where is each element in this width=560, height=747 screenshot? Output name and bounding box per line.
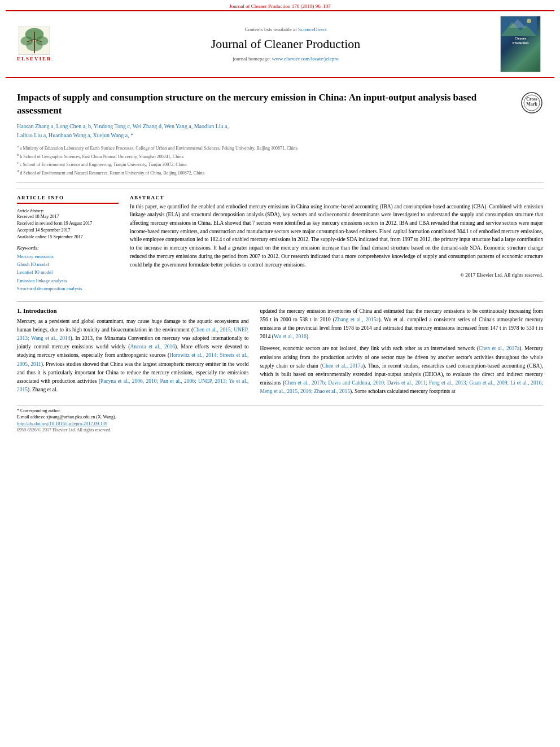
keywords-label: Keywords:	[17, 245, 119, 251]
footer-area: * Corresponding author. E-mail address: …	[17, 405, 543, 433]
copyright-line: © 2017 Elsevier Ltd. All rights reserved…	[130, 272, 543, 278]
ref-chen-2015[interactable]: Chen et al., 2015; UNEP, 2013; Wang et a…	[17, 327, 248, 341]
sciencedirect-link[interactable]: ScienceDirect	[298, 27, 326, 32]
ref-chen-2017b[interactable]: Chen et al., 2017b; Davis and Caldeira, …	[260, 380, 543, 394]
intro-paragraph-3: However, economic sectors are not isolat…	[260, 344, 543, 396]
ref-wu-2016[interactable]: Wu et al., 2016	[274, 334, 307, 339]
keyword-5: Structural decomposition analysis	[17, 285, 119, 292]
page: Journal of Cleaner Production 170 (2018)…	[0, 0, 560, 747]
keyword-3: Leontief IO model	[17, 268, 119, 276]
svg-text:Mark: Mark	[526, 102, 537, 107]
journal-cover-area: Cleaner Production	[498, 16, 543, 72]
article-title-area: Impacts of supply and consumption struct…	[17, 91, 514, 177]
elsevier-wordmark: ELSEVIER	[17, 56, 52, 62]
ref-horowitz-2014[interactable]: Horowitz et al., 2014; Streets et al., 2…	[17, 352, 248, 366]
received-date: Received 18 May 2017	[17, 213, 119, 220]
crossmark-logo-area: Cross Mark	[520, 91, 543, 115]
article-authors-line1: Haoran Zhang a, Long Chen a, b, Yindong …	[17, 122, 514, 140]
keyword-1: Mercury emissions	[17, 252, 119, 260]
keyword-4: Emission linkage analysis	[17, 277, 119, 285]
affiliation-d: d d School of Environment and Natural Re…	[17, 168, 514, 177]
article-info-box: Article history: Received 18 May 2017 Re…	[17, 203, 119, 241]
intro-right-column: updated the mercury emission inventories…	[260, 307, 543, 400]
corresponding-author-note: * Corresponding author.	[17, 408, 543, 413]
homepage-link[interactable]: www.elsevier.com/locate/jclepro	[272, 56, 339, 62]
doi-link[interactable]: http://dx.doi.org/10.1016/j.jclepro.2017…	[17, 421, 543, 426]
introduction-section: 1. Introduction Mercury, as a persistent…	[17, 307, 543, 400]
intro-heading: 1. Introduction	[17, 307, 248, 314]
homepage-line: journal homepage: www.elsevier.com/locat…	[73, 56, 498, 62]
abstract-heading: ABSTRACT	[130, 195, 543, 200]
journal-top-bar: Journal of Cleaner Production 170 (2018)…	[0, 0, 560, 10]
ref-pacyna-2006[interactable]: Pacyna et al., 2006, 2010; Pan et al., 2…	[17, 378, 248, 392]
intro-paragraph-2: updated the mercury emission inventories…	[260, 307, 543, 342]
email-footnote: E-mail address: xjwang@urban.pku.edu.cn …	[17, 414, 543, 420]
abstract-column: ABSTRACT In this paper, we quantified th…	[130, 195, 543, 293]
ref-chen-2017a-2[interactable]: Chen et al., 2017a	[322, 363, 363, 369]
cover-mountain-icon	[501, 16, 537, 36]
ref-zhang-2015a[interactable]: Zhang et al., 2015a	[335, 317, 379, 322]
keywords-section: Keywords: Mercury emissions Ghosh IO mod…	[17, 245, 119, 293]
issn-line: 0959-6526/© 2017 Elsevier Ltd. All right…	[17, 427, 543, 433]
article-info-heading: ARTICLE INFO	[17, 195, 119, 200]
journal-citation: Journal of Cleaner Production 170 (2018)…	[229, 3, 330, 9]
intro-left-column: 1. Introduction Mercury, as a persistent…	[17, 307, 248, 400]
available-online-date: Available online 15 September 2017	[17, 234, 119, 241]
cover-title-line2: Production	[513, 41, 529, 45]
affiliation-a: a a Ministry of Education Laboratory of …	[17, 143, 514, 152]
affiliation-c: c c School of Environment Science and En…	[17, 160, 514, 168]
svg-point-11	[527, 19, 531, 23]
main-content: Impacts of supply and consumption struct…	[0, 78, 560, 438]
intro-paragraph-1: Mercury, as a persistent and global cont…	[17, 317, 248, 395]
elsevier-logo-area: ELSEVIER	[17, 16, 73, 72]
keyword-2: Ghosh IO model	[17, 260, 119, 268]
article-info-abstract-section: ARTICLE INFO Article history: Received 1…	[17, 189, 543, 293]
journal-cover-image: Cleaner Production	[500, 16, 541, 72]
article-title: Impacts of supply and consumption struct…	[17, 91, 514, 117]
section-divider	[17, 301, 543, 302]
article-info-column: ARTICLE INFO Article history: Received 1…	[17, 195, 119, 293]
svg-text:Cross: Cross	[526, 97, 537, 102]
crossmark-icon: Cross Mark	[520, 91, 543, 114]
affiliations: a a Ministry of Education Laboratory of …	[17, 143, 514, 177]
history-label: Article history:	[17, 208, 119, 213]
journal-header-center: Contents lists available at ScienceDirec…	[73, 16, 498, 72]
contents-available-line: Contents lists available at ScienceDirec…	[73, 27, 498, 32]
affiliation-b: b b School of Geographic Sciences, East …	[17, 152, 514, 160]
elsevier-logo: ELSEVIER	[17, 27, 52, 62]
elsevier-tree-icon	[18, 27, 51, 55]
ref-ancora-2016[interactable]: Ancora et al., 2016	[130, 344, 175, 350]
received-revised-date: Received in revised form 19 August 2017	[17, 220, 119, 227]
abstract-text: In this paper, we quantified the enabled…	[130, 203, 543, 269]
cover-title-line1: Cleaner	[515, 37, 526, 40]
journal-title: Journal of Cleaner Production	[73, 37, 498, 51]
article-title-section: Impacts of supply and consumption struct…	[17, 84, 543, 183]
accepted-date: Accepted 14 September 2017	[17, 227, 119, 234]
ref-chen-2017a[interactable]: Chen et al., 2017a	[479, 346, 519, 351]
journal-header: ELSEVIER Contents lists available at Sci…	[6, 10, 554, 78]
